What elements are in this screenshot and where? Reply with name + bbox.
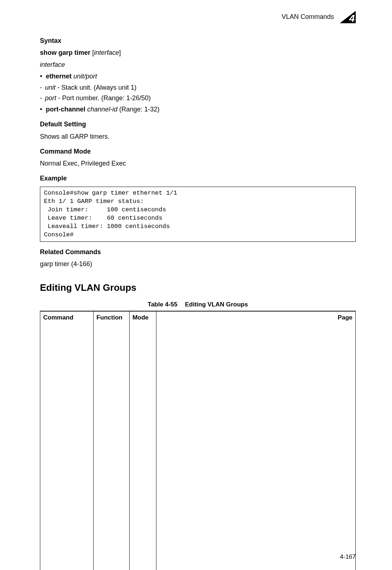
command-mode-body-1: Normal Exec, Privileged Exec [40,159,356,168]
th-page: Page [156,311,355,570]
header-title: VLAN Commands [282,12,334,21]
related-body: garp timer (4-166) [40,260,356,269]
dash-icon: - [40,94,42,103]
portchannel-italic: channel-id [85,106,117,113]
page-header: VLAN Commands 4 [40,11,356,23]
portchannel-rest: (Range: 1-32) [117,106,159,113]
page-number: 4-167 [340,553,356,561]
syntax-portchannel-bullet: • port-channel channel-id (Range: 1-32) [40,105,356,114]
section-title: Editing VLAN Groups [40,281,356,294]
ethernet-bold: ethernet [46,73,72,80]
default-setting-body-1: Shows all GARP timers. [40,132,356,141]
syntax-unit-item: - unit - Stack unit. (Always unit 1) [40,83,356,92]
table-caption: Table 4-55 Editing VLAN Groups [40,300,356,309]
default-setting-heading-1: Default Setting [40,120,356,129]
syntax-cmd-bold: show garp timer [40,49,90,56]
chapter-badge-icon: 4 [338,11,356,23]
syntax-bracket-close: ] [119,49,121,56]
table-header-row: Command Function Mode Page [40,311,356,570]
bullet-icon: • [40,105,42,114]
th-mode: Mode [129,311,156,570]
syntax-bracket-open: [ [90,49,94,56]
unit-line: unit - Stack unit. (Always unit 1) [45,83,136,92]
table-label: Table 4-55 [148,301,177,308]
syntax-heading: Syntax [40,36,356,45]
port-desc: - Port number. (Range: 1-26/50) [56,94,151,102]
document-page: VLAN Commands 4 Syntax show garp timer [… [0,0,392,570]
syntax-port-item: - port - Port number. (Range: 1-26/50) [40,94,356,103]
related-heading: Related Commands [40,248,356,257]
syntax-command: show garp timer [interface] [40,48,356,57]
command-mode-heading-1: Command Mode [40,147,356,156]
th-command: Command [40,311,94,570]
unit-label: unit [45,84,56,91]
bullet-icon: • [40,72,42,81]
portchannel-line: port-channel channel-id (Range: 1-32) [46,105,159,114]
portchannel-bold: port-channel [46,106,85,113]
port-label: port [45,94,56,102]
syntax-arg: interface [94,49,119,56]
example-heading: Example [40,174,356,183]
chapter-number: 4 [349,13,355,23]
ethernet-line: ethernet unit/port [46,72,97,81]
table-title: Editing VLAN Groups [185,301,248,308]
th-function: Function [93,311,129,570]
port-line: port - Port number. (Range: 1-26/50) [45,94,151,103]
syntax-ethernet-bullet: • ethernet unit/port [40,72,356,81]
vlan-table: Command Function Mode Page vlan database… [40,311,356,570]
ethernet-italic: unit/port [72,73,97,80]
example-code: Console#show garp timer ethernet 1/1 Eth… [40,187,356,242]
dash-icon: - [40,83,42,92]
syntax-interface: interface [40,60,356,69]
unit-desc: - Stack unit. (Always unit 1) [56,84,136,91]
